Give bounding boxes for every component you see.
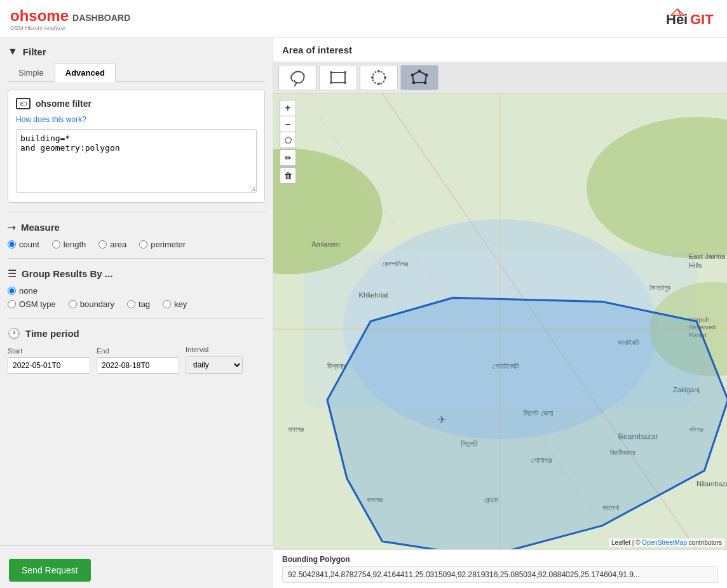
group-boundary[interactable]: boundary: [69, 299, 114, 309]
lasso-icon: [288, 69, 307, 86]
header: ohsome DASHBOARD OSM History Analyzer He…: [0, 0, 727, 38]
left-panel: ▼ Filter Simple Advanced 🏷 ohsome filter…: [0, 38, 273, 588]
svg-text:Hills: Hills: [689, 261, 702, 269]
measure-count-label: count: [19, 240, 39, 249]
group-section-header: ☰ Group Results By ...: [8, 268, 265, 280]
svg-point-18: [412, 81, 416, 85]
map-terrain-svg: সিলেট গোয়াইনঘাট কানাইঘাট বিশ্বনাথ শোলাগ…: [273, 93, 727, 549]
tool-rectangle[interactable]: [319, 65, 357, 90]
osm-link[interactable]: OpenStreetMap: [642, 539, 687, 546]
measure-radio-group: count length area perimeter: [8, 240, 265, 249]
svg-point-5: [330, 71, 332, 74]
zoom-in-button[interactable]: +: [280, 100, 296, 116]
svg-text:বালাগঞ্জ: বালাগঞ্জ: [288, 425, 304, 433]
filter-tabs: Simple Advanced: [8, 64, 265, 82]
filter-box-title: ohsome filter: [36, 99, 92, 109]
svg-text:কোম্পানিগঞ্জ: কোম্পানিগঞ্জ: [383, 260, 408, 268]
end-field: End: [97, 347, 179, 374]
clock-icon: 🕐: [8, 327, 20, 339]
svg-text:East Jaintia: East Jaintia: [689, 252, 726, 260]
map-container[interactable]: সিলেট গোয়াইনঘাট কানাইঘাট বিশ্বনাথ শোলাগ…: [273, 93, 727, 549]
group-key[interactable]: key: [163, 299, 187, 309]
measure-icon: ↗: [4, 220, 19, 235]
measure-count[interactable]: count: [8, 240, 39, 249]
end-label: End: [97, 347, 179, 355]
divider-3: [8, 318, 265, 318]
map-header: Area of interest: [273, 38, 727, 62]
time-title: Time period: [25, 328, 79, 339]
map-title: Area of interest: [282, 44, 352, 55]
filter-box: 🏷 ohsome filter How does this work? buil…: [8, 90, 265, 203]
tag-icon: 🏷: [16, 98, 31, 109]
filter-section-header: ▼ Filter: [8, 46, 265, 57]
heigit-logo: Hei GIT: [666, 6, 717, 32]
svg-point-6: [344, 71, 346, 74]
svg-rect-4: [331, 72, 345, 83]
main-container: ▼ Filter Simple Advanced 🏷 ohsome filter…: [0, 38, 727, 588]
time-section: 🕐 Time period Start End Interval hourly …: [8, 327, 265, 374]
svg-text:Khliehriat: Khliehriat: [358, 291, 388, 299]
right-panel: Area of interest: [273, 38, 727, 588]
filter-textarea[interactable]: building=* and geometry:polygon: [16, 129, 257, 193]
draw-polygon-btn[interactable]: ⬠: [280, 132, 296, 148]
svg-point-8: [344, 81, 346, 84]
svg-point-7: [330, 81, 332, 84]
measure-perimeter[interactable]: perimeter: [139, 240, 186, 249]
measure-section-header: ↗ Measure: [8, 221, 265, 233]
svg-point-9: [372, 71, 385, 84]
map-toolbar: [273, 62, 727, 93]
svg-point-12: [377, 83, 380, 85]
group-key-label: key: [174, 299, 187, 309]
contributors-text: contributors: [689, 539, 722, 546]
bounding-value: 92.5042841,24.8782754,92.4164411,25.0315…: [282, 566, 718, 583]
footer-row: Send Request: [0, 545, 273, 588]
tool-polygon[interactable]: [400, 65, 438, 90]
time-section-header: 🕐 Time period: [8, 327, 265, 339]
svg-point-16: [425, 74, 428, 77]
svg-point-17: [424, 81, 427, 85]
logo-text: ohsome: [10, 7, 69, 25]
filter-box-header: 🏷 ohsome filter: [16, 98, 257, 109]
group-none[interactable]: none: [8, 286, 37, 296]
zoom-out-button[interactable]: −: [280, 116, 296, 133]
divider-1: [8, 212, 265, 212]
group-tag[interactable]: tag: [127, 299, 150, 309]
filter-title: Filter: [23, 46, 46, 57]
tab-simple[interactable]: Simple: [8, 64, 55, 81]
logo-subtitle: OSM History Analyzer: [10, 25, 130, 31]
svg-text:Hei: Hei: [666, 11, 688, 27]
group-title: Group Results By ...: [22, 268, 112, 279]
tool-circle[interactable]: [360, 65, 398, 90]
help-link[interactable]: How does this work?: [16, 115, 86, 124]
svg-point-15: [418, 70, 421, 73]
end-input[interactable]: [97, 357, 179, 374]
measure-length[interactable]: length: [52, 240, 86, 249]
measure-title: Measure: [21, 222, 60, 233]
leaflet-attribution: Leaflet | ©: [611, 539, 642, 546]
group-boundary-label: boundary: [80, 299, 114, 309]
group-osmtype-label: OSM type: [19, 299, 56, 309]
group-osm-type[interactable]: OSM type: [8, 299, 56, 309]
dashboard-label: DASHBOARD: [72, 13, 130, 23]
draw-delete-btn[interactable]: 🗑: [280, 167, 296, 184]
measure-area-label: area: [110, 240, 126, 249]
map-draw-tools: ⬠ ✏ 🗑: [280, 132, 296, 184]
svg-text:Nilambazar: Nilambazar: [696, 480, 727, 488]
tab-advanced[interactable]: Advanced: [55, 64, 116, 82]
filter-icon: ▼: [8, 46, 18, 57]
start-label: Start: [8, 347, 90, 355]
start-input[interactable]: [8, 357, 90, 374]
bounding-label: Bounding Polygon: [282, 555, 718, 564]
svg-text:Amlarem: Amlarem: [311, 240, 339, 248]
svg-text:GIT: GIT: [690, 11, 714, 27]
measure-section: ↗ Measure count length area pe: [8, 221, 265, 249]
rectangle-icon: [329, 69, 348, 86]
draw-edit-btn[interactable]: ✏: [280, 149, 296, 166]
tool-lasso[interactable]: [278, 65, 316, 90]
send-request-button[interactable]: Send Request: [9, 559, 91, 582]
svg-marker-14: [412, 71, 426, 83]
group-tag-label: tag: [139, 299, 150, 309]
interval-label: Interval: [186, 346, 243, 353]
interval-select[interactable]: hourly daily weekly monthly yearly: [186, 356, 243, 374]
measure-area[interactable]: area: [99, 240, 126, 249]
